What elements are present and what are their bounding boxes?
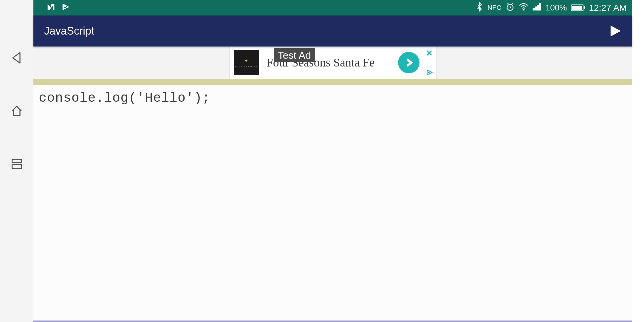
svg-point-3 <box>523 9 524 10</box>
recents-button[interactable] <box>10 157 24 171</box>
alarm-icon <box>506 2 515 13</box>
cellular-signal-icon <box>532 3 541 13</box>
right-margin <box>632 0 644 322</box>
svg-rect-7 <box>539 4 541 10</box>
svg-rect-4 <box>533 8 534 10</box>
nfc-icon: NFC <box>487 4 501 12</box>
n-notification-icon <box>47 2 55 13</box>
clock-time: 12:27 AM <box>589 3 627 13</box>
svg-rect-0 <box>12 160 21 163</box>
svg-rect-6 <box>537 5 538 10</box>
ad-open-button[interactable] <box>398 52 419 73</box>
editor-focus-underline <box>33 321 632 322</box>
app-title: JavaScript <box>44 25 94 37</box>
adchoices-icon[interactable] <box>426 69 433 77</box>
battery-percentage: 100% <box>546 3 567 13</box>
ad-brand-logo: ✦ FOUR SEASONS <box>234 50 259 75</box>
play-checked-icon <box>61 2 70 13</box>
ad-banner[interactable]: ✦ FOUR SEASONS Four Seasons Santa Fe Tes… <box>229 47 436 79</box>
svg-rect-5 <box>535 7 536 10</box>
svg-point-8 <box>428 72 429 73</box>
ad-banner-row: ✦ FOUR SEASONS Four Seasons Santa Fe Tes… <box>33 47 632 79</box>
ad-close-icon[interactable]: ✕ <box>426 48 433 58</box>
status-bar: NFC 100% 12:27 AM <box>33 0 632 16</box>
system-nav-bar <box>0 0 33 322</box>
battery-icon <box>571 4 583 11</box>
home-button[interactable] <box>10 104 24 118</box>
app-bar: JavaScript <box>33 16 632 47</box>
back-button[interactable] <box>10 51 24 65</box>
svg-rect-1 <box>12 165 21 168</box>
separator-bar <box>33 79 632 85</box>
bluetooth-icon <box>476 2 483 14</box>
run-button[interactable] <box>606 22 624 40</box>
wifi-icon <box>519 3 528 13</box>
test-ad-badge: Test Ad <box>274 48 315 62</box>
code-editor[interactable]: console.log('Hello'); <box>33 85 632 321</box>
